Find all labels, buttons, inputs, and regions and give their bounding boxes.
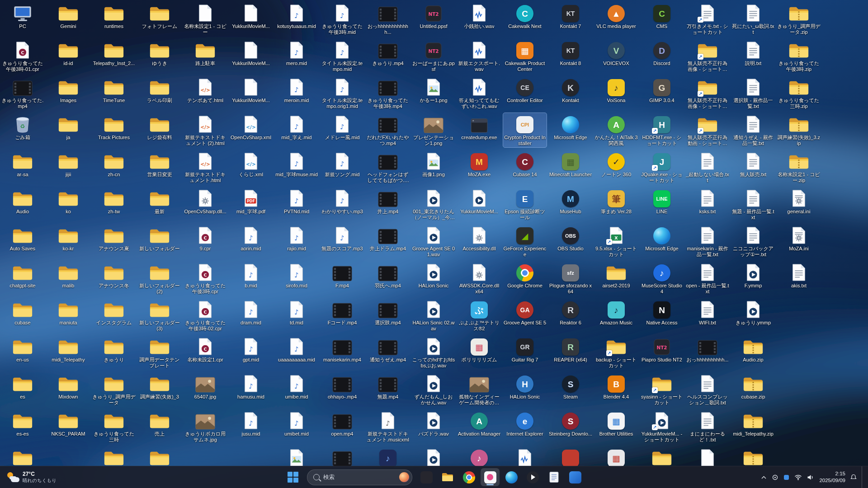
desktop-icon[interactable]: Fコード.mp4	[321, 298, 364, 327]
desktop-icon[interactable]: 選択肢.mp4	[366, 298, 410, 327]
notification-bell-icon[interactable]	[850, 474, 857, 480]
desktop-icon[interactable]: ♪mero.mid	[275, 39, 318, 67]
desktop-icon[interactable]: RREAPER (x64)	[549, 335, 592, 364]
desktop-icon[interactable]: akis.txt	[777, 261, 821, 290]
desktop-icon[interactable]: Cきゅうり食ってた午後3時-01.cpr	[1, 39, 44, 73]
desktop-icon[interactable]: 井上.mp4	[366, 187, 410, 216]
desktop-icon[interactable]: NT2Piapro Studio NT2	[640, 335, 684, 364]
desktop-icon[interactable]: ♪kotusytuaaus.mid	[275, 2, 318, 30]
taskbar-clock[interactable]: 2:15 2025/09/09	[819, 470, 845, 484]
desktop-icon[interactable]: Gemini	[47, 2, 90, 30]
desktop-icon[interactable]: ohhayo-.mp4	[321, 372, 364, 401]
desktop-icon[interactable]: AActivation Manager	[458, 409, 501, 438]
desktop-icon[interactable]: ko	[47, 187, 90, 216]
desktop-icon[interactable]: ↗無人販売不正行為画像 - ショートカッ...	[686, 39, 729, 73]
taskbar-app-blue-app[interactable]	[566, 468, 585, 486]
desktop-icon[interactable]: midi_Telepathy.zip	[731, 409, 775, 438]
desktop-icon[interactable]: open.mp4	[321, 409, 364, 438]
desktop-icon[interactable]: Cきゅうり食ってた午後3時-02.cpr	[184, 298, 227, 333]
desktop-icon[interactable]: プレゼンテーション1.png	[412, 113, 455, 147]
desktop-icon[interactable]: ♪無題のスコア.mp3	[321, 224, 364, 253]
desktop-icon[interactable]: ja	[47, 113, 90, 141]
desktop-icon[interactable]: chatgpt-site	[1, 261, 44, 290]
desktop-icon[interactable]: きゅうり.ymmp	[731, 298, 775, 327]
desktop-icon[interactable]: ニコニコバックアップ①ー.txt	[731, 224, 775, 258]
desktop-icon[interactable]: </>くらじ.xml	[229, 150, 273, 178]
desktop-icon[interactable]: 営業日変更	[138, 150, 181, 178]
desktop-icon[interactable]: ヘッドフォンはずしててもばかつ.mp4	[366, 150, 410, 184]
desktop-icon[interactable]: ヘルスコンプレッション＿歌詞.txt	[686, 372, 729, 407]
desktop-icon[interactable]: ↗YukkuriMovieM... - ショートカット	[640, 409, 684, 444]
desktop-icon[interactable]: SSteam	[549, 372, 592, 401]
desktop-icon[interactable]: ◢GeForce Experience	[503, 224, 547, 258]
desktop-icon[interactable]: 答え知っててもむずいわこれ.wav	[458, 76, 501, 110]
desktop-icon[interactable]: F.mp4	[321, 261, 364, 290]
desktop-icon[interactable]: Auto Saves	[1, 224, 44, 253]
desktop-icon[interactable]: Track Pictures	[92, 113, 136, 141]
desktop-icon[interactable]: アナウンス冬	[92, 261, 136, 290]
desktop-icon[interactable]: レジ袋有料	[138, 113, 181, 141]
desktop-icon[interactable]: 井上ドラム.mp4	[366, 224, 410, 253]
desktop-icon[interactable]: きゅうり食ってた午後3時.zip	[777, 39, 821, 73]
desktop-icon[interactable]: H↗HDDFMT.exe - ショートカット	[640, 113, 684, 147]
desktop-icon[interactable]: Accessibility.dll	[458, 224, 501, 253]
desktop-icon[interactable]: ♪sirofo.mid	[275, 261, 318, 290]
desktop-icon[interactable]: OpenCvSharp.dll...	[184, 187, 227, 216]
desktop-icon[interactable]: こってのhdすおfdsbsぷお.wav	[412, 335, 455, 370]
desktop-icon[interactable]: 新しいフォルダー	[138, 224, 181, 253]
desktop-icon[interactable]: C9.cpr	[184, 224, 227, 253]
desktop-icon[interactable]: MMoZA.exe	[458, 150, 501, 178]
desktop-icon[interactable]: 名称未設定1 - コピー.zip	[777, 150, 821, 184]
desktop-icon[interactable]: J↗JQuake.exe - ショートカット	[640, 150, 684, 184]
desktop-icon[interactable]: 売上	[138, 409, 181, 438]
desktop-icon[interactable]: </>新規テキストドキュメント.html	[184, 150, 227, 184]
desktop-icon[interactable]: Audio	[1, 187, 44, 216]
desktop-icon[interactable]: ↗syasinn - ショートカット	[640, 372, 684, 407]
desktop-icon[interactable]: LINELINE	[640, 187, 684, 216]
desktop-icon[interactable]: 無人販売.txt	[731, 150, 775, 178]
desktop-icon[interactable]: 通知うぜえ.mp4	[366, 335, 410, 364]
desktop-icon[interactable]: ♪PVTNd.mid	[275, 187, 318, 216]
desktop-icon[interactable]: ラベル印刷	[138, 76, 181, 104]
desktop-icon[interactable]: cubase	[1, 298, 44, 327]
desktop-icon[interactable]: zh-tw	[92, 187, 136, 216]
desktop-icon[interactable]: ♪aorin.mid	[229, 224, 273, 253]
desktop-icon[interactable]: TimeTune	[92, 76, 136, 104]
desktop-icon[interactable]: YukkuriMovieM...	[229, 76, 273, 104]
desktop-icon[interactable]: Microsoft Edge	[640, 224, 684, 253]
desktop-icon[interactable]: 通知うぜえ - 親作品一覧.txt	[731, 113, 775, 147]
desktop-icon[interactable]: 羽氏へ.mp4	[366, 261, 410, 290]
desktop-icon[interactable]: 筆筆まめ Ver.28	[594, 187, 638, 216]
desktop-icon[interactable]: ♪hamusu.mid	[229, 372, 273, 401]
desktop-icon[interactable]: ♪新規テキストドキュメント.musicxml	[366, 409, 410, 444]
desktop-icon[interactable]: MoZA.ini	[777, 224, 821, 253]
desktop-icon[interactable]: C名称未設定1.cpr	[184, 335, 227, 364]
desktop-icon[interactable]: KTKontakt 7	[549, 2, 592, 30]
show-desktop-button[interactable]	[862, 466, 864, 488]
desktop-icon[interactable]: Telepathy_Inst_2...	[92, 39, 136, 67]
desktop-icon[interactable]: PDFmid_字球.pdf	[229, 187, 273, 216]
tray-icon-2[interactable]	[783, 474, 789, 480]
desktop-icon[interactable]: ♪わかりやすい.mp3	[321, 187, 364, 216]
desktop-icon[interactable]: WIFI.txt	[686, 298, 729, 327]
desktop-icon[interactable]: eInternet Explorer	[503, 409, 547, 438]
start-button[interactable]	[283, 468, 302, 486]
desktop-icon[interactable]: 調声練習(失敗)_3	[138, 372, 181, 401]
desktop-icon[interactable]: ♪VoiSona	[594, 76, 638, 104]
desktop-icon[interactable]: 画像1.png	[412, 150, 455, 178]
desktop-icon[interactable]: パズドラ.wav	[412, 409, 455, 438]
desktop-icon[interactable]: general.ini	[777, 187, 821, 216]
desktop-icon[interactable]: 新しいフォルダー (2)	[138, 261, 181, 296]
desktop-icon[interactable]: ♪mid_字え.mid	[275, 113, 318, 141]
desktop-icon[interactable]: 001_東北きりたん（ノーマル）_今じゃ...	[412, 187, 455, 221]
desktop-icon[interactable]: zh-cn	[92, 150, 136, 178]
desktop-icon[interactable]: Aかんたん！AITalk 3 関西風	[594, 113, 638, 147]
desktop-icon[interactable]: NT2おーばーまにあ.ppsf	[412, 39, 455, 73]
desktop-icon[interactable]: 無題 - 親作品一覧.txt	[731, 187, 775, 221]
desktop-icon[interactable]: RReaktor 6	[549, 298, 592, 327]
desktop-icon[interactable]: NT2Untitled.ppsf	[412, 2, 455, 30]
desktop-icon[interactable]: かるー1.png	[412, 76, 455, 104]
desktop-icon[interactable]: 調声用データテンプレート	[138, 335, 181, 370]
desktop-icon[interactable]: ♪きゅうり食ってた午後3時.mid	[321, 2, 364, 36]
desktop-icon[interactable]: きゅうり食ってた三時.zip	[777, 76, 821, 110]
